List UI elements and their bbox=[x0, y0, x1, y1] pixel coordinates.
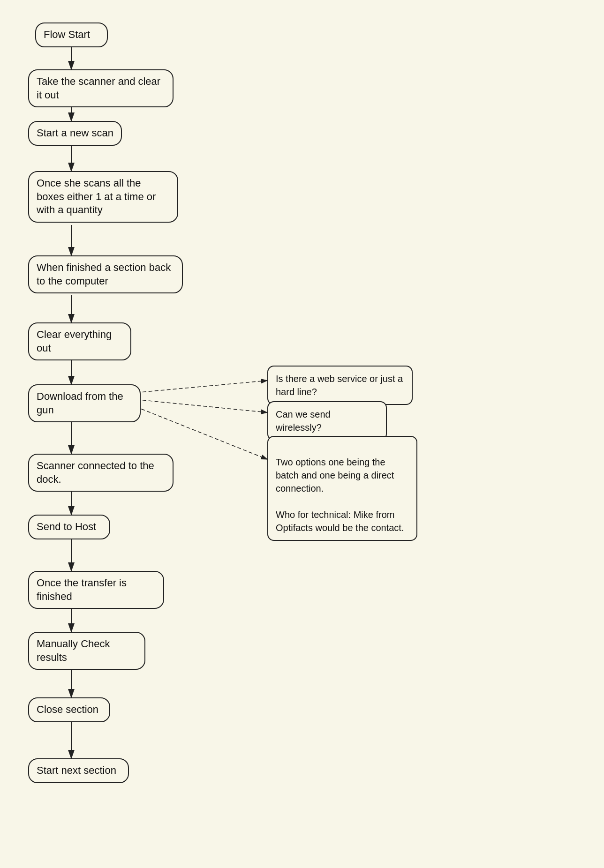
node-when-finished: When finished a section back to the comp… bbox=[28, 255, 183, 293]
note-wireless: Can we send wirelessly? bbox=[267, 401, 387, 441]
node-manually-check: Manually Check results bbox=[28, 632, 145, 670]
node-send-host: Send to Host bbox=[28, 515, 110, 539]
svg-line-16 bbox=[124, 402, 267, 459]
node-clear-everything: Clear everything out bbox=[28, 322, 131, 360]
node-flow-start: Flow Start bbox=[35, 22, 108, 47]
node-scanner-dock: Scanner connected to the dock. bbox=[28, 454, 174, 492]
node-close-section: Close section bbox=[28, 697, 110, 722]
note-web-service: Is there a web service or just a hard li… bbox=[267, 366, 413, 405]
node-take-scanner: Take the scanner and clear it out bbox=[28, 69, 174, 107]
node-transfer-finished: Once the transfer is finished bbox=[28, 571, 164, 609]
diagram-container: Flow Start Take the scanner and clear it… bbox=[0, 0, 604, 868]
node-scan-boxes: Once she scans all the boxes either 1 at… bbox=[28, 171, 178, 223]
svg-line-14 bbox=[124, 381, 267, 394]
node-download-gun: Download from the gun bbox=[28, 384, 141, 422]
note-two-options: Two options one being the batch and one … bbox=[267, 436, 417, 541]
svg-line-15 bbox=[124, 398, 267, 412]
node-start-scan: Start a new scan bbox=[28, 121, 122, 146]
node-start-next: Start next section bbox=[28, 758, 129, 783]
